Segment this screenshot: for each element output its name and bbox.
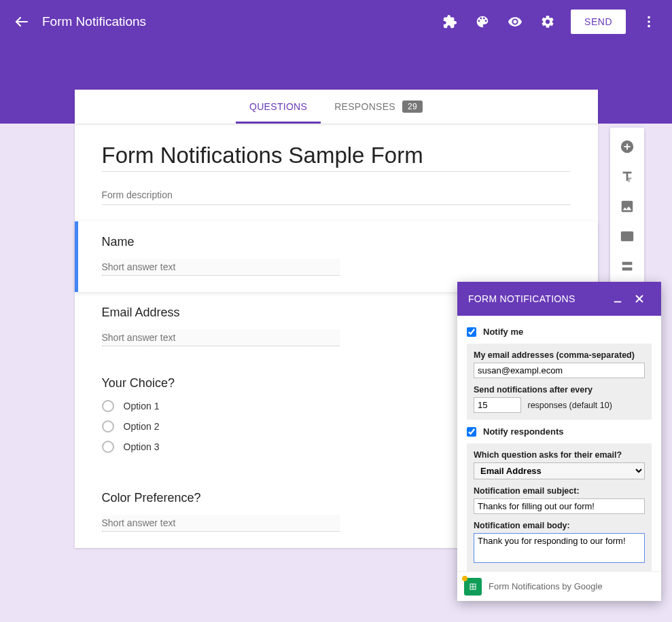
question-toolbar (610, 128, 644, 285)
palette-icon (475, 14, 490, 29)
radio-icon (102, 441, 114, 453)
theme-button[interactable] (467, 7, 497, 37)
which-question-label: Which question asks for their email? (474, 450, 645, 460)
short-answer-placeholder (102, 515, 340, 532)
addon-titlebar: FORM NOTIFICATIONS (457, 282, 661, 316)
add-section-button[interactable] (614, 253, 641, 280)
tab-questions[interactable]: QUESTIONS (249, 90, 307, 124)
add-question-button[interactable] (614, 133, 641, 160)
send-after-hint: responses (default 10) (525, 401, 612, 410)
form-title-input[interactable] (102, 143, 571, 172)
svg-point-3 (648, 25, 650, 28)
form-header-block[interactable] (75, 124, 598, 221)
svg-rect-6 (622, 268, 633, 271)
notify-respondents-section: Which question asks for their email? Ema… (467, 443, 652, 571)
radio-icon (102, 420, 114, 433)
tab-responses[interactable]: RESPONSES 29 (334, 90, 423, 124)
eye-icon (508, 14, 523, 29)
tab-bar: QUESTIONS RESPONSES 29 (75, 90, 598, 124)
preview-button[interactable] (500, 7, 530, 37)
app-header: Form Notifications SEND (0, 0, 672, 43)
svg-rect-5 (622, 262, 633, 266)
send-after-label: Send notifications after every (474, 385, 645, 395)
short-answer-placeholder (102, 329, 340, 346)
section-icon (620, 259, 635, 274)
settings-button[interactable] (533, 7, 563, 37)
add-image-button[interactable] (614, 193, 641, 220)
svg-point-2 (648, 20, 650, 23)
addon-panel: FORM NOTIFICATIONS Notify me My email ad… (457, 282, 661, 601)
video-icon (620, 229, 635, 244)
short-answer-placeholder (102, 259, 340, 276)
form-description-input[interactable] (102, 185, 571, 205)
subject-input[interactable] (474, 498, 645, 514)
tab-questions-label: QUESTIONS (249, 101, 307, 112)
more-button[interactable] (634, 7, 664, 37)
body-textarea[interactable] (474, 533, 645, 563)
puzzle-icon (442, 14, 457, 29)
send-button[interactable]: SEND (571, 10, 626, 34)
notify-respondents-label: Notify respondents (483, 426, 563, 437)
addon-minimize-button[interactable] (607, 288, 629, 310)
add-circle-icon (620, 139, 635, 154)
gear-icon (540, 14, 555, 29)
title-icon (620, 169, 635, 184)
option-label: Option 3 (124, 441, 160, 452)
minimize-icon (612, 293, 624, 305)
which-question-select[interactable]: Email Address (474, 462, 645, 479)
email-addresses-label: My email addresses (comma-separated) (474, 350, 645, 360)
image-icon (620, 199, 635, 214)
addon-close-button[interactable] (629, 288, 650, 310)
radio-icon (102, 400, 114, 412)
notify-me-checkbox[interactable] (467, 327, 476, 337)
responses-count-badge: 29 (402, 100, 423, 113)
notify-me-section: My email addresses (comma-separated) Sen… (467, 344, 652, 420)
app-title: Form Notifications (42, 14, 435, 29)
notify-me-label: Notify me (483, 327, 523, 337)
addon-title: FORM NOTIFICATIONS (468, 293, 576, 304)
svg-point-1 (648, 16, 650, 19)
option-label: Option 1 (124, 401, 160, 411)
send-after-input[interactable] (474, 397, 521, 413)
sheets-icon (464, 578, 482, 596)
addon-body[interactable]: Notify me My email addresses (comma-sepa… (457, 316, 661, 571)
body-label: Notification email body: (474, 521, 645, 530)
subject-label: Notification email subject: (474, 486, 645, 496)
option-label: Option 2 (124, 421, 160, 432)
arrow-left-icon (14, 14, 30, 30)
add-title-button[interactable] (614, 163, 641, 190)
back-button[interactable] (8, 8, 35, 35)
close-icon (633, 293, 646, 305)
tab-responses-label: RESPONSES (334, 101, 395, 112)
addon-footer-text: Form Notifications by Google (489, 581, 603, 591)
addon-footer: Form Notifications by Google (457, 571, 661, 601)
add-video-button[interactable] (614, 223, 641, 250)
question-title: Name (102, 235, 571, 249)
addons-button[interactable] (435, 7, 465, 37)
more-vert-icon (641, 14, 656, 29)
email-addresses-input[interactable] (474, 363, 645, 378)
notify-respondents-checkbox[interactable] (467, 427, 476, 437)
